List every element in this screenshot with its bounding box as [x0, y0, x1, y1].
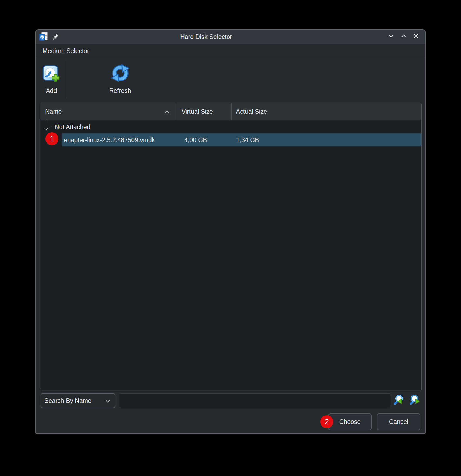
column-header-actual-size[interactable]: Actual Size — [231, 103, 421, 120]
column-header-virtual-size[interactable]: Virtual Size — [177, 103, 231, 120]
dialog-button-box: Choose Cancel — [36, 413, 420, 430]
hard-disk-selector-dialog: Hard Disk Selector — [35, 29, 426, 434]
pin-icon[interactable] — [52, 34, 59, 40]
menubar: Medium Selector — [36, 44, 425, 58]
tree-branch-line — [49, 127, 51, 127]
menu-medium-selector[interactable]: Medium Selector — [36, 44, 93, 58]
table-row-selected[interactable]: enapter-linux-2.5.2.487509.vmdk 4,00 GB … — [41, 133, 421, 146]
table-header: Name Virtual Size Actual Size — [41, 103, 421, 120]
hard-disk-add-icon — [42, 64, 61, 84]
chevron-down-icon — [388, 32, 395, 41]
sort-ascending-icon — [164, 108, 170, 115]
unshade-window-button[interactable] — [400, 33, 407, 40]
add-medium-button[interactable]: Add — [37, 64, 66, 94]
toolbar: Add Refresh — [36, 58, 425, 103]
media-table: Name Virtual Size Actual Size — [41, 103, 422, 390]
add-label: Add — [46, 87, 57, 94]
titlebar[interactable]: Hard Disk Selector — [36, 30, 425, 44]
search-input[interactable] — [119, 393, 390, 408]
search-filter-dropdown[interactable]: Search By Name — [41, 393, 115, 408]
window-title: Hard Disk Selector — [152, 30, 260, 44]
refresh-button[interactable]: Refresh — [105, 64, 135, 94]
search-next-icon — [409, 394, 420, 407]
medium-virtual-size: 4,00 GB — [184, 133, 207, 146]
annotation-step-1: 1 — [45, 132, 58, 145]
medium-actual-size: 1,34 GB — [236, 133, 259, 146]
search-next-button[interactable] — [409, 395, 420, 407]
annotation-step-2: 2 — [320, 415, 333, 428]
shade-window-button[interactable] — [388, 33, 395, 40]
toolbar-separator — [65, 60, 65, 98]
refresh-label: Refresh — [109, 87, 131, 94]
group-row-not-attached[interactable]: Not Attached — [41, 120, 421, 133]
group-label: Not Attached — [55, 123, 90, 131]
search-previous-icon — [393, 394, 404, 407]
tree-branch-line — [59, 140, 62, 140]
close-window-button[interactable] — [413, 33, 420, 40]
search-row: Search By Name — [41, 393, 420, 409]
medium-name: enapter-linux-2.5.2.487509.vmdk — [64, 133, 155, 146]
hard-disk-document-icon — [39, 32, 48, 42]
close-icon — [413, 32, 420, 41]
refresh-arrows-icon — [111, 64, 129, 84]
choose-button[interactable]: Choose — [328, 413, 372, 430]
chevron-down-icon — [105, 397, 110, 405]
column-header-name[interactable]: Name — [41, 103, 177, 120]
cancel-button[interactable]: Cancel — [377, 413, 420, 430]
chevron-up-icon — [400, 32, 407, 41]
chevron-down-icon[interactable] — [44, 125, 49, 129]
search-filter-label: Search By Name — [44, 397, 91, 405]
search-previous-button[interactable] — [393, 395, 404, 407]
